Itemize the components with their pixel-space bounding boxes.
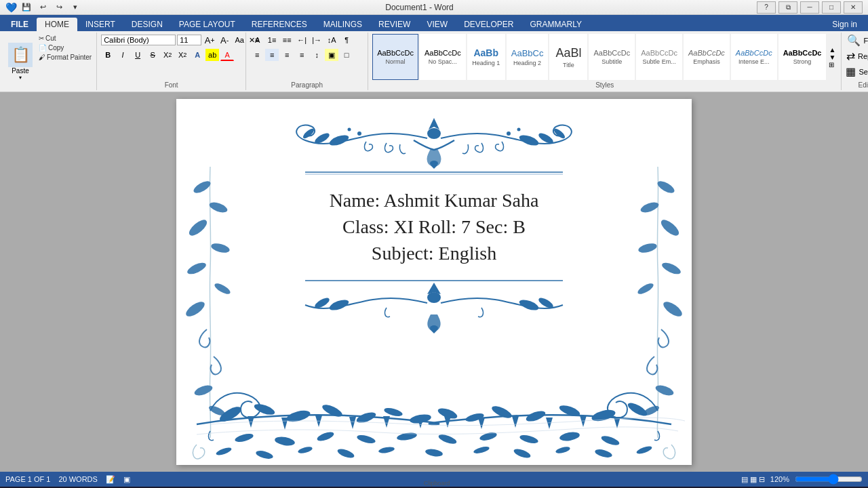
- tab-insert[interactable]: INSERT: [77, 18, 123, 31]
- style-normal-label: Normal: [386, 58, 406, 65]
- font-row2: B I U S X2 X2 A ab A: [101, 49, 234, 61]
- tab-view[interactable]: VIEW: [418, 18, 456, 31]
- border-btn[interactable]: □: [340, 49, 353, 61]
- styles-scroll[interactable]: ▲ ▼ ⊞: [827, 45, 837, 70]
- ribbon: 📋 Paste ▾ ✂ Cut 📄 Copy 🖌 Format Painter …: [0, 31, 868, 92]
- numbering-btn[interactable]: 1≡: [265, 34, 279, 46]
- svg-point-80: [255, 449, 274, 460]
- sort-btn[interactable]: ↕A: [325, 34, 338, 46]
- svg-point-83: [378, 446, 395, 454]
- font-group: A+ A- Aa ✕A B I U S X2 X2 A ab A Font: [97, 33, 246, 90]
- styles-more-btn[interactable]: ⊞: [829, 61, 835, 68]
- align-right-btn[interactable]: ≡: [280, 49, 294, 61]
- svg-point-36: [658, 217, 682, 238]
- align-left-btn[interactable]: ≡: [250, 49, 264, 61]
- document-area: Name: Ashmit Kumar Saha Class: XI Roll: …: [0, 92, 868, 472]
- line-spacing-btn[interactable]: ↕: [310, 49, 323, 61]
- style-title[interactable]: AaBl Title: [549, 34, 587, 80]
- underline-btn[interactable]: U: [131, 49, 144, 61]
- document-page[interactable]: Name: Ashmit Kumar Saha Class: XI Roll: …: [176, 99, 692, 465]
- show-marks-btn[interactable]: ¶: [340, 34, 353, 46]
- multi-list-btn[interactable]: ≡≡: [280, 34, 294, 46]
- help-btn[interactable]: ?: [757, 1, 776, 14]
- justify-btn[interactable]: ≡: [295, 49, 309, 61]
- align-center-btn[interactable]: ≡: [265, 49, 279, 61]
- undo-btn[interactable]: ↩: [36, 1, 50, 14]
- editing-content: 🔍 Find ▾ ⇄ Replace ▦ Select ▾: [846, 34, 868, 80]
- replace-btn[interactable]: ⇄ Replace: [846, 49, 868, 62]
- styles-down-btn[interactable]: ▼: [829, 54, 835, 61]
- style-emphasis[interactable]: AaBbCcDc Emphasis: [684, 34, 730, 80]
- svg-point-1: [427, 128, 441, 139]
- svg-point-21: [518, 298, 540, 312]
- sign-in-btn[interactable]: Sign in: [827, 18, 863, 31]
- style-normal[interactable]: AaBbCcDc Normal: [372, 34, 418, 80]
- tab-developer[interactable]: DEVELOPER: [456, 18, 521, 31]
- style-heading2[interactable]: AaBbCc Heading 2: [507, 34, 549, 80]
- style-heading1[interactable]: AaBb Heading 1: [467, 34, 505, 80]
- document-text[interactable]: Name: Ashmit Kumar Saha Class: XI Roll: …: [330, 187, 539, 267]
- maximize-btn[interactable]: □: [822, 1, 841, 14]
- top-ornament-svg: [285, 115, 583, 179]
- tab-mailings[interactable]: MAILINGS: [315, 18, 370, 31]
- tab-design[interactable]: DESIGN: [123, 18, 171, 31]
- svg-point-8: [357, 131, 361, 136]
- format-painter-btn[interactable]: 🖌 Format Painter: [37, 53, 94, 62]
- svg-point-31: [184, 299, 207, 319]
- font-name-input[interactable]: [101, 35, 176, 45]
- window-controls[interactable]: ? ⧉ ─ □ ✕: [757, 1, 863, 14]
- minimize-btn[interactable]: ─: [800, 1, 819, 14]
- style-subtitle-label: Subtitle: [601, 58, 622, 65]
- increase-indent-btn[interactable]: |→: [310, 34, 323, 46]
- paste-button[interactable]: 📋 Paste ▾: [5, 34, 35, 89]
- style-subtitle[interactable]: AaBbCcDc Subtitle: [589, 34, 635, 80]
- tab-file[interactable]: FILE: [3, 18, 37, 31]
- text-effects-btn[interactable]: A: [191, 49, 204, 61]
- subscript-btn[interactable]: X2: [161, 49, 174, 61]
- tab-review[interactable]: REVIEW: [370, 18, 418, 31]
- bold-btn[interactable]: B: [101, 49, 115, 61]
- shrink-font-btn[interactable]: A-: [218, 34, 231, 46]
- svg-point-40: [661, 299, 684, 319]
- svg-marker-60: [349, 417, 356, 429]
- paste-arrow[interactable]: ▾: [19, 75, 22, 81]
- quick-access-toolbar[interactable]: 💙 💾 ↩ ↪ ▾: [5, 1, 82, 14]
- word-icon[interactable]: 💙: [5, 2, 17, 13]
- style-subtle-em[interactable]: AaBbCcDc Subtle Em...: [636, 34, 682, 80]
- restore-btn[interactable]: ⧉: [778, 1, 797, 14]
- change-case-btn[interactable]: Aa: [233, 34, 246, 46]
- customize-btn[interactable]: ▾: [68, 1, 82, 14]
- svg-point-2: [328, 133, 350, 148]
- grow-font-btn[interactable]: A+: [203, 34, 216, 46]
- style-strong-label: Strong: [793, 58, 812, 65]
- save-btn[interactable]: 💾: [20, 1, 33, 14]
- cut-btn[interactable]: ✂ Cut: [37, 34, 94, 43]
- style-strong-preview: AaBbCcDc: [783, 49, 822, 57]
- highlight-btn[interactable]: ab: [205, 49, 219, 61]
- redo-btn[interactable]: ↪: [52, 1, 66, 14]
- style-subtle-preview: AaBbCcDc: [641, 49, 677, 57]
- shading-btn[interactable]: ▣: [325, 49, 338, 61]
- svg-point-29: [186, 260, 208, 277]
- font-size-input[interactable]: [177, 35, 201, 45]
- style-no-spacing[interactable]: AaBbCcDc No Spac...: [420, 34, 466, 80]
- styles-up-btn[interactable]: ▲: [829, 46, 835, 54]
- strikethrough-btn[interactable]: S: [146, 49, 159, 61]
- tab-page-layout[interactable]: PAGE LAYOUT: [171, 18, 243, 31]
- svg-point-55: [591, 408, 616, 424]
- find-btn[interactable]: 🔍 Find ▾: [847, 34, 868, 47]
- italic-btn[interactable]: I: [116, 49, 130, 61]
- close-btn[interactable]: ✕: [844, 1, 863, 14]
- superscript-btn[interactable]: X2: [176, 49, 189, 61]
- svg-point-70: [274, 435, 296, 447]
- tab-home[interactable]: HOME: [37, 18, 77, 31]
- font-color-btn[interactable]: A: [220, 49, 234, 61]
- bullets-btn[interactable]: ≡: [250, 34, 264, 46]
- style-intense-em[interactable]: AaBbCcDc Intense E...: [731, 34, 777, 80]
- select-btn[interactable]: ▦ Select ▾: [846, 65, 868, 78]
- decrease-indent-btn[interactable]: ←|: [295, 34, 309, 46]
- tab-references[interactable]: REFERENCES: [243, 18, 315, 31]
- tab-grammarly[interactable]: GRAMMARLY: [521, 18, 589, 31]
- style-strong[interactable]: AaBbCcDc Strong: [778, 34, 827, 80]
- copy-btn[interactable]: 📄 Copy: [37, 43, 94, 52]
